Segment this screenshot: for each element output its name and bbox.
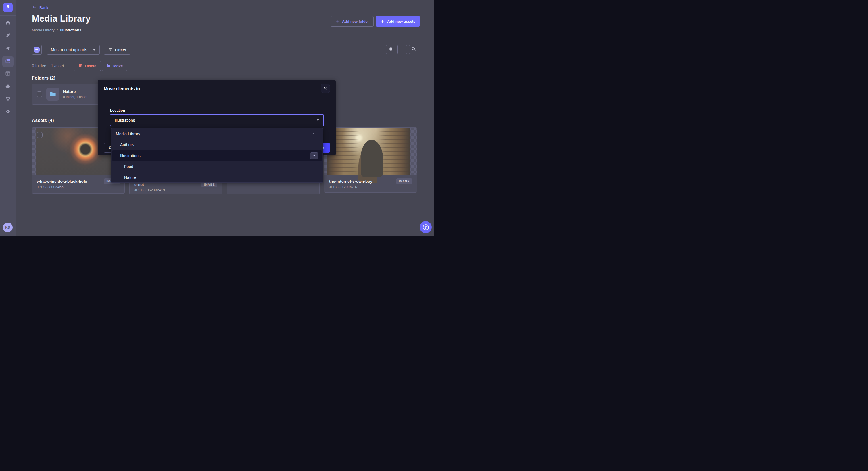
tree-item-label: Food: [124, 164, 133, 169]
images-icon: [5, 58, 11, 65]
modal-title: Move elements to: [104, 86, 140, 91]
back-label: Back: [39, 5, 48, 10]
tree-item-label: Illustrations: [120, 154, 141, 158]
sidebar-item-media-library[interactable]: [2, 56, 13, 67]
asset-meta: JPEG - 3628×2419: [134, 188, 217, 192]
asset-type-badge: IMAGE: [396, 178, 412, 184]
breadcrumb: Media Library/Illustrations: [32, 28, 81, 32]
location-value: Illustrations: [115, 118, 135, 123]
sidebar-item-content-manager[interactable]: [2, 68, 13, 79]
filters-label: Filters: [115, 48, 126, 52]
assets-heading: Assets (4): [32, 118, 54, 123]
indeterminate-checkbox-icon: [34, 47, 40, 53]
tree-item-label: Media Library: [116, 132, 140, 136]
add-new-assets-label: Add new assets: [387, 19, 415, 24]
chevron-up-icon[interactable]: [311, 132, 315, 136]
sidebar: KD: [0, 0, 16, 236]
add-new-folder-button[interactable]: Add new folder: [331, 16, 374, 27]
question-mark-icon: ?: [423, 224, 429, 230]
view-options-button[interactable]: [386, 45, 396, 54]
asset-meta: JPEG - 1200×707: [329, 185, 412, 189]
asset-card-internet-own-boy[interactable]: the-internet-s-own-boy JPEG - 1200×707 I…: [324, 127, 417, 193]
filters-button[interactable]: Filters: [104, 45, 130, 55]
trash-icon: [78, 64, 83, 69]
tree-item-nature[interactable]: Nature: [111, 172, 323, 183]
tree-item-authors[interactable]: Authors: [111, 139, 323, 150]
tree-item-label: Authors: [120, 142, 134, 147]
folder-meta: 0 folder, 1 asset: [63, 95, 87, 99]
sidebar-divider-bottom: [0, 221, 16, 221]
page-title: Media Library: [32, 13, 91, 24]
user-avatar[interactable]: KD: [3, 223, 13, 232]
sort-dropdown[interactable]: Most recent uploads: [47, 45, 100, 55]
chevron-down-icon: [93, 49, 96, 51]
selection-summary: 0 folders - 1 asset: [32, 61, 64, 71]
folders-heading: Folders (2): [32, 75, 56, 81]
tree-item-food[interactable]: Food: [111, 161, 323, 172]
folder-name: Nature: [63, 89, 87, 94]
back-arrow-icon: [32, 5, 37, 11]
close-button[interactable]: [321, 84, 330, 93]
plus-icon: [335, 19, 339, 24]
gear-icon: [5, 109, 11, 115]
delete-label: Delete: [85, 64, 96, 68]
breadcrumb-root[interactable]: Media Library: [32, 28, 55, 32]
select-all-checkbox[interactable]: [32, 45, 42, 55]
paper-plane-icon: [5, 46, 11, 52]
modal-header: Move elements to: [98, 80, 336, 97]
filter-icon: [108, 47, 113, 52]
sidebar-item-marketplace[interactable]: [2, 94, 13, 105]
back-link[interactable]: Back: [32, 5, 48, 11]
add-new-folder-label: Add new folder: [342, 19, 369, 24]
close-icon: [323, 86, 327, 91]
tree-item-label: Nature: [124, 175, 136, 180]
home-icon: [5, 20, 11, 27]
strapi-logo[interactable]: [3, 3, 13, 12]
list-view-button[interactable]: [398, 45, 407, 54]
sidebar-divider: [0, 15, 16, 15]
cog-icon: [388, 46, 393, 53]
asset-thumbnail: [324, 128, 417, 175]
sidebar-item-home[interactable]: [2, 18, 13, 29]
sidebar-item-settings[interactable]: [2, 106, 13, 118]
delete-button[interactable]: Delete: [73, 61, 101, 71]
list-icon: [400, 46, 405, 53]
sort-value: Most recent uploads: [51, 47, 87, 52]
cart-icon: [5, 96, 11, 103]
plus-icon: [380, 19, 384, 24]
search-icon: [411, 46, 416, 53]
media-library-app: KD Back Media Library Media Library/Illu…: [0, 0, 434, 236]
search-button[interactable]: [409, 45, 418, 54]
folder-icon: [106, 64, 111, 69]
folder-checkbox[interactable]: [36, 91, 42, 97]
move-label: Move: [113, 64, 123, 68]
strapi-logo-icon: [5, 5, 10, 11]
asset-checkbox[interactable]: [37, 132, 42, 138]
move-button[interactable]: Move: [102, 61, 127, 71]
collapse-folder-button[interactable]: [310, 152, 318, 159]
location-select[interactable]: Illustrations: [110, 114, 324, 126]
folder-icon: [46, 88, 59, 101]
sidebar-item-releases[interactable]: [2, 43, 13, 55]
sidebar-item-content-type-builder[interactable]: [2, 30, 13, 42]
tree-item-illustrations[interactable]: Illustrations: [113, 150, 321, 161]
library-photo-image: [328, 128, 410, 175]
chevron-down-icon: [317, 120, 319, 121]
location-dropdown: Media Library Authors Illustrations Food…: [111, 128, 323, 183]
breadcrumb-current: Illustrations: [60, 28, 81, 32]
breadcrumb-separator: /: [57, 28, 58, 32]
add-new-assets-button[interactable]: Add new assets: [376, 16, 420, 27]
sidebar-item-deploy[interactable]: [2, 81, 13, 92]
cloud-icon: [5, 83, 11, 90]
location-label: Location: [110, 108, 125, 112]
asset-meta: JPEG - 800×466: [37, 185, 120, 189]
help-button[interactable]: ?: [420, 221, 432, 233]
tree-item-media-library[interactable]: Media Library: [111, 128, 323, 139]
layout-icon: [5, 71, 11, 77]
feather-icon: [5, 33, 11, 39]
